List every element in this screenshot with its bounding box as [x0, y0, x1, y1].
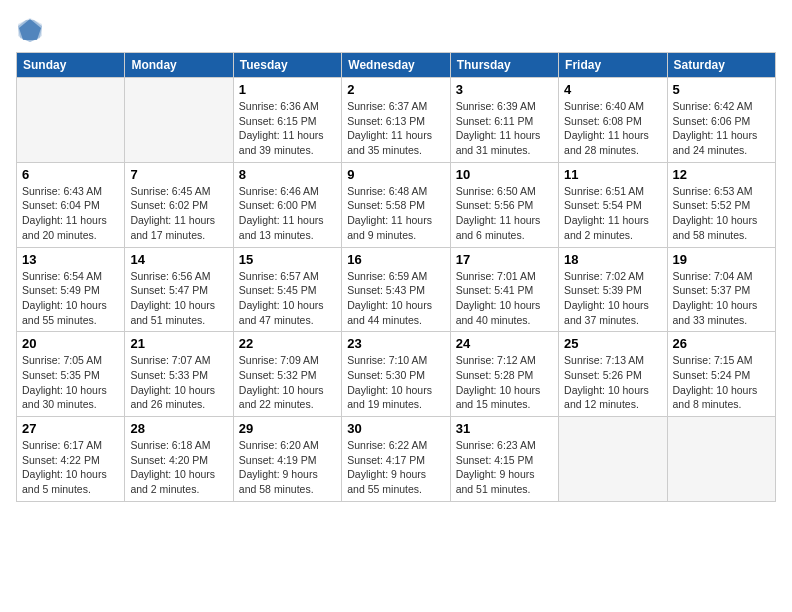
- calendar-cell: 23Sunrise: 7:10 AMSunset: 5:30 PMDayligh…: [342, 332, 450, 417]
- day-info: Sunrise: 6:36 AMSunset: 6:15 PMDaylight:…: [239, 99, 336, 158]
- day-number: 18: [564, 252, 661, 267]
- calendar-cell: 2Sunrise: 6:37 AMSunset: 6:13 PMDaylight…: [342, 78, 450, 163]
- calendar-cell: 17Sunrise: 7:01 AMSunset: 5:41 PMDayligh…: [450, 247, 558, 332]
- calendar-cell: [17, 78, 125, 163]
- calendar-cell: [559, 417, 667, 502]
- day-number: 21: [130, 336, 227, 351]
- calendar-cell: 30Sunrise: 6:22 AMSunset: 4:17 PMDayligh…: [342, 417, 450, 502]
- day-info: Sunrise: 6:39 AMSunset: 6:11 PMDaylight:…: [456, 99, 553, 158]
- calendar-cell: 5Sunrise: 6:42 AMSunset: 6:06 PMDaylight…: [667, 78, 775, 163]
- day-number: 7: [130, 167, 227, 182]
- day-info: Sunrise: 7:05 AMSunset: 5:35 PMDaylight:…: [22, 353, 119, 412]
- calendar-cell: 4Sunrise: 6:40 AMSunset: 6:08 PMDaylight…: [559, 78, 667, 163]
- day-info: Sunrise: 6:45 AMSunset: 6:02 PMDaylight:…: [130, 184, 227, 243]
- calendar-cell: 22Sunrise: 7:09 AMSunset: 5:32 PMDayligh…: [233, 332, 341, 417]
- column-header-monday: Monday: [125, 53, 233, 78]
- day-number: 8: [239, 167, 336, 182]
- day-info: Sunrise: 7:15 AMSunset: 5:24 PMDaylight:…: [673, 353, 770, 412]
- calendar-header-row: SundayMondayTuesdayWednesdayThursdayFrid…: [17, 53, 776, 78]
- day-number: 3: [456, 82, 553, 97]
- day-number: 12: [673, 167, 770, 182]
- day-number: 14: [130, 252, 227, 267]
- day-number: 28: [130, 421, 227, 436]
- calendar-cell: 12Sunrise: 6:53 AMSunset: 5:52 PMDayligh…: [667, 162, 775, 247]
- calendar-cell: 16Sunrise: 6:59 AMSunset: 5:43 PMDayligh…: [342, 247, 450, 332]
- calendar-cell: 26Sunrise: 7:15 AMSunset: 5:24 PMDayligh…: [667, 332, 775, 417]
- day-number: 17: [456, 252, 553, 267]
- day-number: 10: [456, 167, 553, 182]
- calendar-cell: 31Sunrise: 6:23 AMSunset: 4:15 PMDayligh…: [450, 417, 558, 502]
- calendar-week-row: 27Sunrise: 6:17 AMSunset: 4:22 PMDayligh…: [17, 417, 776, 502]
- day-number: 31: [456, 421, 553, 436]
- day-number: 1: [239, 82, 336, 97]
- day-info: Sunrise: 7:12 AMSunset: 5:28 PMDaylight:…: [456, 353, 553, 412]
- logo: [16, 16, 48, 44]
- day-info: Sunrise: 6:23 AMSunset: 4:15 PMDaylight:…: [456, 438, 553, 497]
- day-number: 29: [239, 421, 336, 436]
- calendar-table: SundayMondayTuesdayWednesdayThursdayFrid…: [16, 52, 776, 502]
- day-info: Sunrise: 6:59 AMSunset: 5:43 PMDaylight:…: [347, 269, 444, 328]
- day-info: Sunrise: 6:46 AMSunset: 6:00 PMDaylight:…: [239, 184, 336, 243]
- day-info: Sunrise: 6:17 AMSunset: 4:22 PMDaylight:…: [22, 438, 119, 497]
- day-info: Sunrise: 6:22 AMSunset: 4:17 PMDaylight:…: [347, 438, 444, 497]
- calendar-cell: 7Sunrise: 6:45 AMSunset: 6:02 PMDaylight…: [125, 162, 233, 247]
- day-number: 6: [22, 167, 119, 182]
- calendar-cell: 28Sunrise: 6:18 AMSunset: 4:20 PMDayligh…: [125, 417, 233, 502]
- calendar-cell: 18Sunrise: 7:02 AMSunset: 5:39 PMDayligh…: [559, 247, 667, 332]
- day-info: Sunrise: 6:42 AMSunset: 6:06 PMDaylight:…: [673, 99, 770, 158]
- day-info: Sunrise: 7:04 AMSunset: 5:37 PMDaylight:…: [673, 269, 770, 328]
- column-header-sunday: Sunday: [17, 53, 125, 78]
- day-info: Sunrise: 6:20 AMSunset: 4:19 PMDaylight:…: [239, 438, 336, 497]
- calendar-cell: 8Sunrise: 6:46 AMSunset: 6:00 PMDaylight…: [233, 162, 341, 247]
- day-number: 16: [347, 252, 444, 267]
- day-number: 22: [239, 336, 336, 351]
- calendar-cell: [667, 417, 775, 502]
- day-info: Sunrise: 6:18 AMSunset: 4:20 PMDaylight:…: [130, 438, 227, 497]
- day-info: Sunrise: 7:10 AMSunset: 5:30 PMDaylight:…: [347, 353, 444, 412]
- calendar-cell: 25Sunrise: 7:13 AMSunset: 5:26 PMDayligh…: [559, 332, 667, 417]
- calendar-cell: [125, 78, 233, 163]
- day-number: 15: [239, 252, 336, 267]
- column-header-thursday: Thursday: [450, 53, 558, 78]
- day-number: 23: [347, 336, 444, 351]
- day-info: Sunrise: 7:01 AMSunset: 5:41 PMDaylight:…: [456, 269, 553, 328]
- calendar-cell: 15Sunrise: 6:57 AMSunset: 5:45 PMDayligh…: [233, 247, 341, 332]
- calendar-week-row: 20Sunrise: 7:05 AMSunset: 5:35 PMDayligh…: [17, 332, 776, 417]
- day-info: Sunrise: 6:40 AMSunset: 6:08 PMDaylight:…: [564, 99, 661, 158]
- day-info: Sunrise: 6:53 AMSunset: 5:52 PMDaylight:…: [673, 184, 770, 243]
- day-info: Sunrise: 6:51 AMSunset: 5:54 PMDaylight:…: [564, 184, 661, 243]
- day-number: 24: [456, 336, 553, 351]
- day-info: Sunrise: 6:54 AMSunset: 5:49 PMDaylight:…: [22, 269, 119, 328]
- calendar-week-row: 1Sunrise: 6:36 AMSunset: 6:15 PMDaylight…: [17, 78, 776, 163]
- day-number: 25: [564, 336, 661, 351]
- calendar-cell: 3Sunrise: 6:39 AMSunset: 6:11 PMDaylight…: [450, 78, 558, 163]
- day-number: 19: [673, 252, 770, 267]
- day-info: Sunrise: 7:07 AMSunset: 5:33 PMDaylight:…: [130, 353, 227, 412]
- day-number: 2: [347, 82, 444, 97]
- day-number: 4: [564, 82, 661, 97]
- calendar-cell: 9Sunrise: 6:48 AMSunset: 5:58 PMDaylight…: [342, 162, 450, 247]
- day-number: 20: [22, 336, 119, 351]
- day-info: Sunrise: 7:09 AMSunset: 5:32 PMDaylight:…: [239, 353, 336, 412]
- column-header-tuesday: Tuesday: [233, 53, 341, 78]
- page-header: [16, 16, 776, 44]
- day-number: 26: [673, 336, 770, 351]
- day-info: Sunrise: 6:43 AMSunset: 6:04 PMDaylight:…: [22, 184, 119, 243]
- calendar-body: 1Sunrise: 6:36 AMSunset: 6:15 PMDaylight…: [17, 78, 776, 502]
- day-info: Sunrise: 6:57 AMSunset: 5:45 PMDaylight:…: [239, 269, 336, 328]
- calendar-cell: 6Sunrise: 6:43 AMSunset: 6:04 PMDaylight…: [17, 162, 125, 247]
- column-header-friday: Friday: [559, 53, 667, 78]
- calendar-cell: 19Sunrise: 7:04 AMSunset: 5:37 PMDayligh…: [667, 247, 775, 332]
- calendar-cell: 21Sunrise: 7:07 AMSunset: 5:33 PMDayligh…: [125, 332, 233, 417]
- calendar-cell: 11Sunrise: 6:51 AMSunset: 5:54 PMDayligh…: [559, 162, 667, 247]
- calendar-cell: 14Sunrise: 6:56 AMSunset: 5:47 PMDayligh…: [125, 247, 233, 332]
- calendar-cell: 10Sunrise: 6:50 AMSunset: 5:56 PMDayligh…: [450, 162, 558, 247]
- calendar-cell: 20Sunrise: 7:05 AMSunset: 5:35 PMDayligh…: [17, 332, 125, 417]
- day-number: 11: [564, 167, 661, 182]
- logo-icon: [16, 16, 44, 44]
- day-number: 30: [347, 421, 444, 436]
- calendar-cell: 29Sunrise: 6:20 AMSunset: 4:19 PMDayligh…: [233, 417, 341, 502]
- day-info: Sunrise: 6:37 AMSunset: 6:13 PMDaylight:…: [347, 99, 444, 158]
- calendar-week-row: 6Sunrise: 6:43 AMSunset: 6:04 PMDaylight…: [17, 162, 776, 247]
- day-info: Sunrise: 6:56 AMSunset: 5:47 PMDaylight:…: [130, 269, 227, 328]
